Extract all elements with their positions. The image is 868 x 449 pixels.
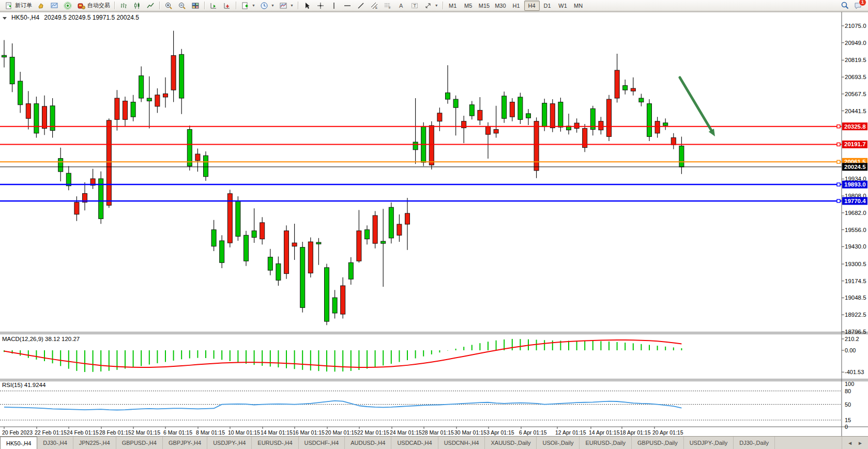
chart-tab-eurusd-daily[interactable]: EURUSD-,Daily [580,437,632,449]
auto-trading-button[interactable]: 自动交易 [74,1,112,11]
chart-tab-jpn225-h4[interactable]: JPN225-,H4 [73,437,116,449]
timeframe-m30[interactable]: M30 [492,1,508,11]
chart-tab-eurusd-h4[interactable]: EURUSD-,H4 [252,437,298,449]
candle-body [365,230,370,239]
chart-tab-usdcnh-h4[interactable]: USDCNH-,H4 [438,437,485,449]
toolbar-separator [114,2,115,9]
timeframe-m15[interactable]: M15 [476,1,492,11]
chart-tab-dj30-daily[interactable]: DJ30-,Daily [734,437,775,449]
candle-body [195,154,200,161]
navigator-button[interactable] [48,1,61,11]
price-tick-label: 19682.0 [845,210,866,216]
channel-tool-button[interactable]: E [368,1,381,11]
price-line-handle[interactable] [837,143,840,146]
price-line-handle[interactable] [837,125,840,128]
dropdown-caret-icon: ▼ [435,4,438,7]
chart-tab-gbpusd-daily[interactable]: GBPUSD-,Daily [632,437,684,449]
tab-scroll-right-icon[interactable]: ► [858,440,863,446]
timeframe-h4[interactable]: H4 [524,1,540,11]
tab-scroll-left-icon[interactable]: ◄ [847,440,852,446]
candle-body [106,120,111,205]
candle-body [341,286,345,314]
chart-profile-button[interactable]: ▼ [277,1,296,11]
cursor-tool-button[interactable] [300,1,314,11]
svg-text:T: T [413,3,416,8]
price-line-handle[interactable] [837,183,840,186]
rsi-label: RSI(15) 41.9244 [2,382,46,388]
price-line-handle[interactable] [837,160,840,163]
chart-tab-xauusd-daily[interactable]: XAUUSD-,Daily [485,437,537,449]
chart-context-marker-icon[interactable] [3,17,7,20]
candle-body [155,95,160,106]
tile-windows-button[interactable] [189,1,202,11]
annotation-arrow[interactable] [680,78,711,130]
price-line-handle[interactable] [837,199,840,203]
candle-body [534,121,539,171]
timeframe-d1[interactable]: D1 [540,1,555,11]
vertical-line-icon [329,1,339,10]
time-tick-label: 6 Mar 01:15 [163,429,192,436]
macd-scale-label: 210.2 [845,336,859,342]
chart-shift-button[interactable] [220,1,234,11]
candle-body [300,247,305,308]
period-button[interactable]: ▼ [257,1,277,11]
chart-tab-hk50-h4[interactable]: HK50-,H4 [0,437,37,449]
line-chart-button[interactable] [144,1,157,11]
fibonacci-tool-button[interactable]: F [381,1,394,11]
time-tick-label: 22 Mar 01:15 [357,429,389,436]
chart-tab-usdjpy-h4[interactable]: USDJPY-,H4 [207,437,252,449]
new-template-button[interactable]: ▼ [238,1,257,11]
navigator-icon [50,1,59,10]
candle-body [284,231,289,274]
time-tick-label: 20 Feb 2023 [2,429,33,436]
bar-chart-button[interactable] [117,1,130,11]
candle-body [671,137,676,145]
new-order-button[interactable]: 新订单 [2,1,34,11]
trendline-tool-button[interactable] [354,1,368,11]
zoom-out-button[interactable] [175,1,189,11]
crosshair-tool-button[interactable] [314,1,327,11]
time-tick-label: 12 Apr 01:15 [555,429,586,436]
chart-ohlc-values: 20249.5 20249.5 19971.5 20024.5 [44,14,139,21]
chart-tab-gbpusd-h4[interactable]: GBPUSD-,H4 [116,437,163,449]
candle-body [308,242,313,273]
candle-body [607,99,612,136]
signals-button[interactable] [61,1,74,11]
timeframe-m1[interactable]: M1 [445,1,461,11]
vertical-line-tool-button[interactable] [327,1,341,11]
search-icon[interactable] [840,1,849,10]
timeframe-mn[interactable]: MN [571,1,586,11]
time-tick-label: 30 Mar 01:15 [454,429,486,436]
market-watch-button[interactable] [34,1,48,11]
timeframe-w1[interactable]: W1 [555,1,571,11]
candle-body [486,127,491,134]
chart-tab-usdchf-h4[interactable]: USDCHF-,H4 [299,437,345,449]
zoom-in-button[interactable] [162,1,175,11]
dropdown-caret-icon: ▼ [271,4,275,7]
text-tool-button[interactable]: A [394,1,408,11]
chart-tab-audusd-h4[interactable]: AUDUSD-,H4 [345,437,391,449]
text-label-tool-button[interactable]: T [408,1,421,11]
candle-body [42,106,47,129]
toolbar-separator [204,2,205,9]
chart-tab-usdcad-h4[interactable]: USDCAD-,H4 [391,437,438,449]
line-chart-icon [146,1,155,10]
horizontal-line-tool-button[interactable] [341,1,354,11]
candlestick-chart-button[interactable] [130,1,144,11]
chart-tab-usdjpy-daily[interactable]: USDJPY-,Daily [684,437,734,449]
arrows-tool-button[interactable]: ▼ [421,1,440,11]
candle-body [429,126,434,165]
auto-scroll-button[interactable] [207,1,220,11]
candle-body [478,110,482,120]
chart-tab-gbpjpy-h4[interactable]: GBPJPY-,H4 [163,437,207,449]
candle-body [469,105,474,116]
chart-symbol-period: HK50-,H4 [11,14,39,21]
auto-trading-label: 自动交易 [87,2,110,9]
chart-tab-dj30-h4[interactable]: DJ30-,H4 [37,437,73,449]
time-tick-label: 8 Mar 01:15 [196,429,225,436]
notifications-icon[interactable]: 1 [854,1,863,10]
candle-body [204,156,208,177]
timeframe-m5[interactable]: M5 [461,1,476,11]
timeframe-h1[interactable]: H1 [509,1,524,11]
chart-tab-usoil-daily[interactable]: USOil-,Daily [537,437,580,449]
